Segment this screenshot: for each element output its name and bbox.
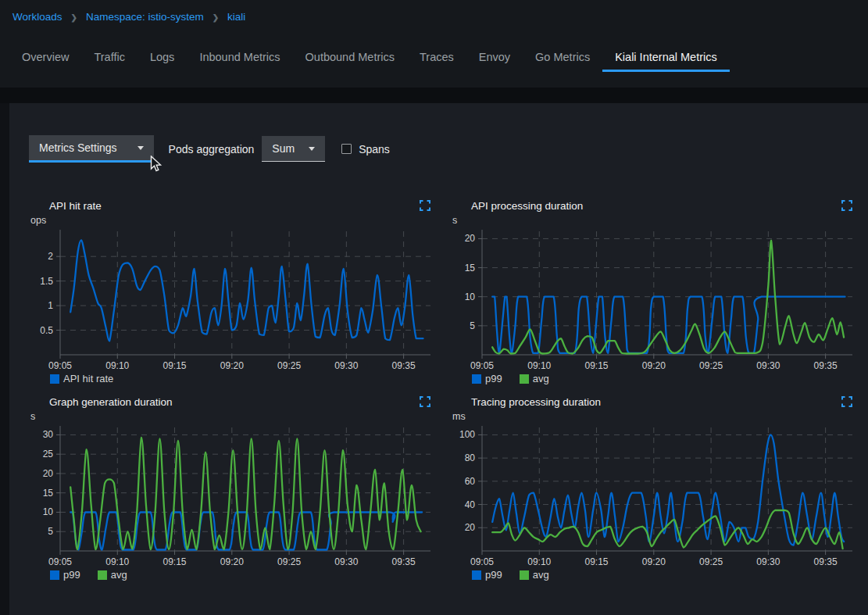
legend-label: p99 [485, 569, 502, 581]
pods-aggregation-dropdown[interactable]: Sum [262, 136, 325, 162]
svg-text:09:30: 09:30 [756, 556, 780, 567]
page-header: Workloads❯Namespace: istio-system❯kiali … [0, 0, 868, 88]
svg-text:09:20: 09:20 [642, 360, 666, 371]
svg-text:15: 15 [465, 263, 476, 274]
metrics-settings-dropdown[interactable]: Metrics Settings [29, 135, 154, 163]
legend-swatch-icon [472, 570, 481, 580]
svg-text:09:25: 09:25 [699, 556, 723, 567]
tab-inbound-metrics[interactable]: Inbound Metrics [187, 44, 292, 72]
svg-text:09:15: 09:15 [585, 360, 609, 371]
legend-label: avg [533, 373, 549, 384]
svg-text:09:10: 09:10 [105, 360, 129, 371]
chart-legend: p99avg [29, 569, 435, 581]
svg-text:09:30: 09:30 [334, 556, 358, 567]
svg-text:09:35: 09:35 [392, 360, 416, 371]
expand-chart-icon[interactable] [420, 200, 430, 211]
legend-item-avg[interactable]: avg [98, 569, 127, 581]
tab-go-metrics[interactable]: Go Metrics [523, 44, 602, 72]
svg-text:09:05: 09:05 [470, 556, 494, 567]
svg-text:09:20: 09:20 [220, 556, 244, 567]
breadcrumb-link[interactable]: Namespace: istio-system [86, 11, 204, 23]
chart-card-api-hit-rate: API hit rate ops 0.511.5209:0509:1009:15… [29, 198, 435, 384]
tab-logs[interactable]: Logs [138, 44, 187, 72]
chart-canvas[interactable]: 5101520253009:0509:1009:1509:2009:2509:3… [29, 423, 435, 568]
legend-swatch-icon [50, 570, 59, 580]
breadcrumb: Workloads❯Namespace: istio-system❯kiali [0, 0, 868, 23]
svg-text:09:30: 09:30 [334, 360, 358, 371]
svg-text:10: 10 [465, 291, 476, 302]
pods-aggregation-label: Pods aggregation [169, 143, 255, 156]
expand-chart-icon[interactable] [841, 200, 852, 211]
svg-text:09:15: 09:15 [163, 556, 187, 567]
caret-down-icon [309, 147, 315, 151]
breadcrumb-link[interactable]: Workloads [13, 11, 63, 23]
tab-traffic[interactable]: Traffic [81, 44, 137, 72]
legend-label: p99 [485, 373, 502, 384]
svg-text:09:10: 09:10 [105, 556, 129, 567]
header-divider-band [0, 88, 868, 103]
chart-canvas[interactable]: 0.511.5209:0509:1009:1509:2009:2509:3009… [29, 227, 435, 372]
svg-text:09:15: 09:15 [585, 556, 609, 567]
tab-outbound-metrics[interactable]: Outbound Metrics [293, 44, 407, 72]
metrics-toolbar: Metrics Settings Pods aggregation Sum Sp… [29, 135, 868, 163]
caret-down-icon [138, 146, 144, 150]
svg-text:15: 15 [43, 488, 54, 499]
tab-traces[interactable]: Traces [407, 44, 466, 72]
chart-legend: p99avg [451, 373, 857, 384]
legend-item-avg[interactable]: avg [520, 373, 549, 384]
breadcrumb-link[interactable]: kiali [227, 11, 245, 23]
legend-item-p99[interactable]: p99 [472, 373, 502, 384]
spans-checkbox[interactable]: Spans [341, 143, 390, 156]
svg-text:0.5: 0.5 [40, 325, 53, 336]
expand-chart-icon[interactable] [841, 396, 852, 407]
spans-label: Spans [359, 143, 390, 156]
legend-item-p99[interactable]: p99 [50, 569, 80, 581]
legend-swatch-icon [50, 374, 59, 384]
svg-text:09:35: 09:35 [814, 556, 838, 567]
content-panel: Metrics Settings Pods aggregation Sum Sp… [9, 103, 868, 615]
legend-label: p99 [63, 569, 80, 581]
legend-swatch-icon [520, 374, 529, 384]
svg-text:60: 60 [465, 476, 476, 487]
legend-swatch-icon [98, 570, 107, 580]
tab-overview[interactable]: Overview [9, 44, 81, 72]
breadcrumb-chevron-icon: ❯ [213, 13, 219, 22]
svg-text:09:25: 09:25 [699, 360, 723, 371]
expand-chart-icon[interactable] [420, 396, 430, 407]
legend-item-avg[interactable]: avg [520, 569, 549, 581]
svg-text:5: 5 [48, 526, 53, 537]
svg-text:30: 30 [43, 429, 54, 440]
chart-canvas[interactable]: 510152009:0509:1009:1509:2009:2509:3009:… [451, 227, 857, 372]
tab-envoy[interactable]: Envoy [466, 44, 523, 72]
legend-swatch-icon [520, 570, 529, 580]
svg-text:100: 100 [459, 429, 475, 440]
svg-text:09:05: 09:05 [470, 360, 494, 371]
svg-text:20: 20 [465, 522, 476, 533]
svg-text:09:20: 09:20 [642, 556, 666, 567]
charts-grid: API hit rate ops 0.511.5209:0509:1009:15… [29, 198, 868, 581]
svg-text:09:20: 09:20 [220, 360, 244, 371]
svg-text:09:10: 09:10 [527, 360, 551, 371]
svg-text:20: 20 [465, 233, 476, 244]
legend-label: API hit rate [63, 373, 113, 384]
breadcrumb-chevron-icon: ❯ [71, 13, 77, 22]
tab-kiali-internal-metrics[interactable]: Kiali Internal Metrics [602, 44, 730, 72]
svg-text:20: 20 [43, 468, 54, 479]
svg-text:09:25: 09:25 [277, 556, 301, 567]
checkbox-icon[interactable] [341, 144, 352, 154]
chart-canvas[interactable]: 2040608010009:0509:1009:1509:2009:2509:3… [451, 423, 857, 568]
legend-swatch-icon [472, 374, 481, 384]
svg-text:40: 40 [465, 499, 476, 510]
svg-text:09:05: 09:05 [48, 556, 72, 567]
chart-card-tracing-processing-duration: Tracing processing duration ms 204060801… [451, 395, 857, 581]
chart-unit-label: s [451, 215, 857, 227]
svg-text:09:15: 09:15 [163, 360, 187, 371]
chart-unit-label: ms [451, 411, 857, 423]
chart-card-graph-generation-duration: Graph generation duration s 510152025300… [29, 395, 435, 581]
svg-text:09:35: 09:35 [392, 556, 416, 567]
svg-text:10: 10 [43, 506, 54, 517]
chart-card-api-processing-duration: API processing duration s 510152009:0509… [451, 198, 857, 384]
tab-bar: OverviewTrafficLogsInbound MetricsOutbou… [0, 44, 868, 72]
legend-item-api-hit-rate[interactable]: API hit rate [50, 373, 113, 384]
legend-item-p99[interactable]: p99 [472, 569, 502, 581]
